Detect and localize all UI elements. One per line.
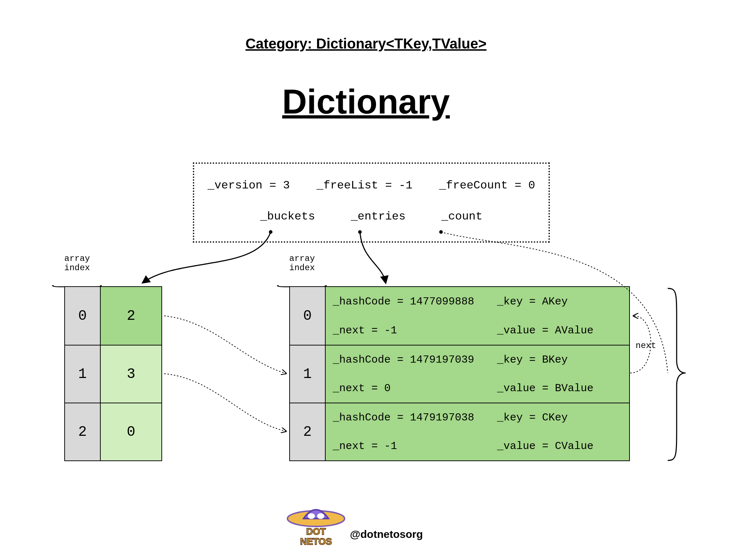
- entries-field: _entries: [351, 210, 406, 223]
- entry-row: 2 _hashCode = 1479197038 _key = CKey _ne…: [290, 403, 629, 460]
- freelist-field: _freeList = -1: [316, 179, 412, 192]
- twitter-handle: @dotnetosorg: [350, 528, 423, 540]
- bucket-index-cell: 0: [65, 287, 101, 345]
- array-index-label-left: arrayindex: [64, 254, 90, 273]
- bucket-value-cell: 3: [101, 345, 161, 403]
- entry-hashcode: _hashCode = 1477099888: [333, 296, 497, 308]
- count-field: _count: [441, 210, 482, 223]
- svg-text:NETOS: NETOS: [300, 536, 332, 547]
- entry-next: _next = -1: [333, 324, 497, 337]
- buckets-array: 0 2 1 3 2 0: [64, 286, 162, 461]
- version-field: _version = 3: [207, 179, 290, 192]
- entry-value: _value = BValue: [497, 382, 629, 394]
- array-index-label-right: arrayindex: [289, 254, 315, 273]
- entry-next: _next = -1: [333, 440, 497, 452]
- bucket-value-cell: 2: [101, 287, 161, 345]
- svg-text:DOT: DOT: [306, 526, 326, 537]
- bucket-value-cell: 0: [101, 403, 161, 460]
- entry-body: _hashCode = 1479197039 _key = BKey _next…: [326, 345, 629, 403]
- entry-value: _value = CValue: [497, 440, 629, 452]
- entry-row: 0 _hashCode = 1477099888 _key = AKey _ne…: [290, 287, 629, 345]
- entry-row: 1 _hashCode = 1479197039 _key = BKey _ne…: [290, 345, 629, 403]
- state-row-1: _version = 3 _freeList = -1 _freeCount =…: [194, 179, 548, 192]
- category-heading: Category: Dictionary<TKey,TValue>: [0, 36, 732, 52]
- entries-array: 0 _hashCode = 1477099888 _key = AKey _ne…: [289, 286, 630, 461]
- svg-point-5: [317, 513, 324, 519]
- bucket-index-cell: 1: [65, 345, 101, 403]
- buckets-field: _buckets: [260, 210, 315, 223]
- next-label: next: [636, 341, 656, 350]
- diagram-page: Category: Dictionary<TKey,TValue> Dictio…: [0, 0, 732, 560]
- entry-hashcode: _hashCode = 1479197038: [333, 412, 497, 424]
- entry-next: _next = 0: [333, 382, 497, 394]
- entry-key: _key = CKey: [497, 412, 629, 424]
- entry-hashcode: _hashCode = 1479197039: [333, 354, 497, 366]
- entry-index-cell: 1: [290, 345, 326, 403]
- page-title: Dictionary: [0, 82, 732, 121]
- bucket-index-cell: 2: [65, 403, 101, 460]
- entry-key: _key = AKey: [497, 296, 629, 308]
- dotnetos-logo: DOT NETOS: [286, 499, 346, 549]
- entry-index-cell: 2: [290, 403, 326, 460]
- entry-body: _hashCode = 1477099888 _key = AKey _next…: [326, 287, 629, 345]
- entry-body: _hashCode = 1479197038 _key = CKey _next…: [326, 403, 629, 460]
- entry-key: _key = BKey: [497, 354, 629, 366]
- dictionary-state-box: _version = 3 _freeList = -1 _freeCount =…: [193, 162, 550, 243]
- entry-index-cell: 0: [290, 287, 326, 345]
- svg-point-4: [308, 513, 315, 519]
- entry-value: _value = AValue: [497, 324, 629, 337]
- bucket-row: 0 2: [65, 287, 161, 345]
- bucket-row: 1 3: [65, 345, 161, 403]
- bucket-row: 2 0: [65, 403, 161, 460]
- state-row-2: _buckets _entries _count: [194, 210, 548, 223]
- freecount-field: _freeCount = 0: [439, 179, 535, 192]
